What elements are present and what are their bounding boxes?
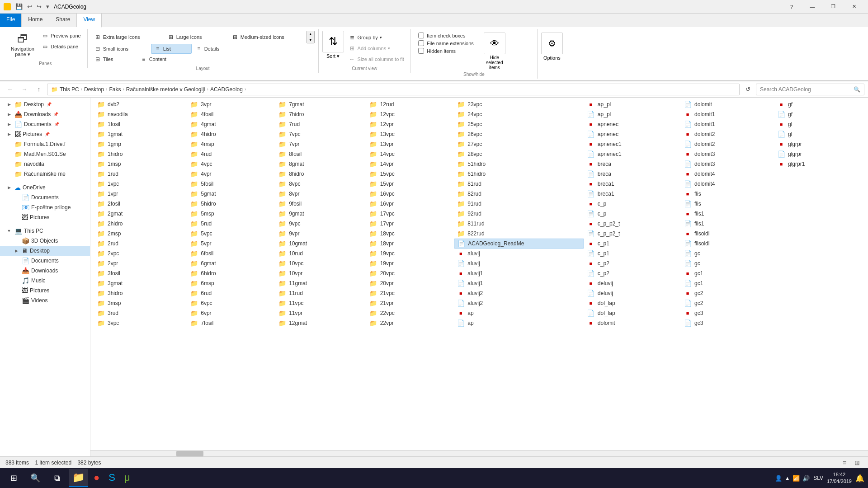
list-item[interactable]: ■flis1 <box>681 209 774 219</box>
list-item[interactable]: 📁4vpc <box>187 159 275 169</box>
bc-faks[interactable]: Faks <box>109 86 121 93</box>
expander-icon[interactable] <box>13 297 20 304</box>
list-item[interactable]: 📁1gmp <box>94 139 187 149</box>
list-item[interactable]: 📄c_p2 <box>584 268 681 278</box>
expander-icon[interactable] <box>13 214 20 221</box>
list-item[interactable]: 📄dolomit2 <box>681 139 774 149</box>
list-item[interactable]: ■c_p_p2_t <box>584 219 681 229</box>
expander-icon[interactable] <box>13 267 20 274</box>
sidebar-item-madmen[interactable]: 📁 Mad.Men.S01.Se <box>0 149 90 159</box>
list-item[interactable]: 📁5vpr <box>187 239 275 249</box>
list-item[interactable]: 📁14vpc <box>367 149 454 159</box>
bc-this-pc[interactable]: This PC <box>60 86 79 93</box>
list-item[interactable]: 📁2fosil <box>94 199 187 209</box>
list-item[interactable]: 📁3vpc <box>94 318 187 328</box>
list-item[interactable]: 📁4gmat <box>187 119 275 129</box>
clock[interactable]: 18:42 17/04/2019 <box>827 471 852 485</box>
search-button[interactable]: 🔍 <box>25 468 45 488</box>
sidebar-item-navodila[interactable]: 📁 navodila <box>0 159 90 169</box>
tab-share[interactable]: Share <box>49 14 77 27</box>
list-item[interactable]: 📁7vpc <box>275 129 367 139</box>
list-item[interactable]: 📁7vpr <box>275 139 367 149</box>
list-item[interactable]: 📁1hidro <box>94 149 187 159</box>
list-item[interactable]: 📁17vpc <box>367 209 454 219</box>
item-checkboxes-checkbox[interactable] <box>418 33 424 38</box>
list-item[interactable]: 📁6fosil <box>187 249 275 258</box>
navigation-pane-button[interactable]: 🗗 Navigation pane ▾ <box>7 31 38 59</box>
list-item[interactable]: 📁7gmat <box>275 99 367 109</box>
list-item[interactable]: 📁20vpr <box>367 278 454 288</box>
list-item[interactable]: 📁91rud <box>454 199 584 209</box>
sidebar-item-racunalniske[interactable]: 📁 Računalniške me <box>0 169 90 179</box>
list-item[interactable]: 📁9vpr <box>275 229 367 239</box>
list-item[interactable]: 📁26vpc <box>454 129 584 139</box>
expand-tray-icon[interactable]: ▲ <box>785 475 790 481</box>
list-item[interactable]: 📁811rud <box>454 219 584 229</box>
maximize-button[interactable]: ❐ <box>823 0 844 14</box>
list-item[interactable]: 📁14vpr <box>367 159 454 169</box>
list-item[interactable]: 📁15vpr <box>367 179 454 189</box>
minimize-button[interactable]: — <box>802 0 823 14</box>
list-item[interactable]: 📁25vpc <box>454 119 584 129</box>
list-item[interactable]: 📁13vpr <box>367 139 454 149</box>
list-item[interactable]: 📁18vpc <box>367 229 454 239</box>
list-item[interactable]: ■dolomit2 <box>681 129 774 139</box>
list-item[interactable]: ■gc3 <box>681 308 774 318</box>
list-item[interactable]: 📁5gmat <box>187 189 275 199</box>
item-checkboxes-option[interactable]: Item check boxes <box>418 33 474 38</box>
options-button[interactable]: ⚙ <box>541 33 563 54</box>
expander-icon[interactable] <box>5 150 13 158</box>
sidebar-item-this-pc[interactable]: ▼ 💻 This PC <box>0 226 90 236</box>
list-item[interactable]: 📄apnenec <box>584 129 681 139</box>
list-item[interactable]: 📁4vpr <box>187 169 275 179</box>
list-item[interactable]: ■aluvij2 <box>454 288 584 298</box>
list-item[interactable]: 📄gc1 <box>681 278 774 288</box>
list-item[interactable]: 📁8hidro <box>275 169 367 179</box>
list-item[interactable]: 📁9fosil <box>275 199 367 209</box>
list-item[interactable]: 📁20vpc <box>367 268 454 278</box>
list-item[interactable]: 📁15vpc <box>367 169 454 179</box>
large-icons-button[interactable]: ⊞ Large icons <box>165 31 228 43</box>
list-item[interactable]: 📁2msp <box>94 229 187 239</box>
sidebar-item-pictures-pin[interactable]: ▶ 🖼 Pictures 📌 <box>0 129 90 139</box>
list-item[interactable]: 📁1fosil <box>94 119 187 129</box>
list-item[interactable]: ■c_p2 <box>584 258 681 268</box>
sidebar-item-music[interactable]: 🎵 Music <box>0 276 90 286</box>
list-item[interactable]: ■breca1 <box>584 179 681 189</box>
list-item[interactable]: 📁22vpc <box>367 308 454 318</box>
list-item[interactable]: ■glgrpr1 <box>774 159 864 169</box>
list-item[interactable]: 📄breca1 <box>584 189 681 199</box>
list-item[interactable]: ■dol_lap <box>584 298 681 308</box>
list-item[interactable]: 📄ap <box>454 318 584 328</box>
expander-icon[interactable]: ▶ <box>5 111 13 118</box>
list-item[interactable]: 📄c_p <box>584 209 681 219</box>
list-item[interactable]: 📁19vpc <box>367 249 454 258</box>
list-item[interactable]: 📁1gmat <box>94 129 187 139</box>
list-item[interactable]: 📁3hidro <box>94 288 187 298</box>
list-item[interactable]: 📄aluvij <box>454 258 584 268</box>
list-item[interactable]: 📁3msp <box>94 298 187 308</box>
list-item[interactable]: 📁1vpc <box>94 179 187 189</box>
list-item[interactable]: 📁13vpc <box>367 129 454 139</box>
sidebar-item-documents-pc[interactable]: 📄 Documents <box>0 256 90 266</box>
task-view-button[interactable]: ⧉ <box>47 468 67 488</box>
sidebar-item-pictures-pc[interactable]: 🖼 Pictures <box>0 286 90 296</box>
extra-large-icons-button[interactable]: ⊞ Extra large icons <box>91 31 164 43</box>
list-item[interactable]: ■c_p <box>584 199 681 209</box>
list-item[interactable]: 📁navodila <box>94 109 187 119</box>
file-extensions-option[interactable]: File name extensions <box>418 40 474 46</box>
list-item[interactable]: 📄breca <box>584 169 681 179</box>
list-item[interactable]: ■c_p1 <box>584 239 681 249</box>
list-item[interactable]: 📁1msp <box>94 159 187 169</box>
expander-icon[interactable]: ▶ <box>5 121 13 128</box>
expander-icon[interactable] <box>13 194 20 201</box>
back-button[interactable]: ← <box>4 83 16 96</box>
list-item[interactable]: ■ap <box>454 308 584 318</box>
hidden-items-checkbox[interactable] <box>418 48 424 54</box>
dropdown-arrow-icon[interactable]: ▾ <box>44 2 51 11</box>
list-item[interactable]: ■apnenec1 <box>584 139 681 149</box>
file-extensions-checkbox[interactable] <box>418 40 424 46</box>
list-item[interactable]: 📁6gmat <box>187 258 275 268</box>
list-item[interactable]: 📁11vpr <box>275 308 367 318</box>
list-item[interactable]: 📁16vpr <box>367 199 454 209</box>
